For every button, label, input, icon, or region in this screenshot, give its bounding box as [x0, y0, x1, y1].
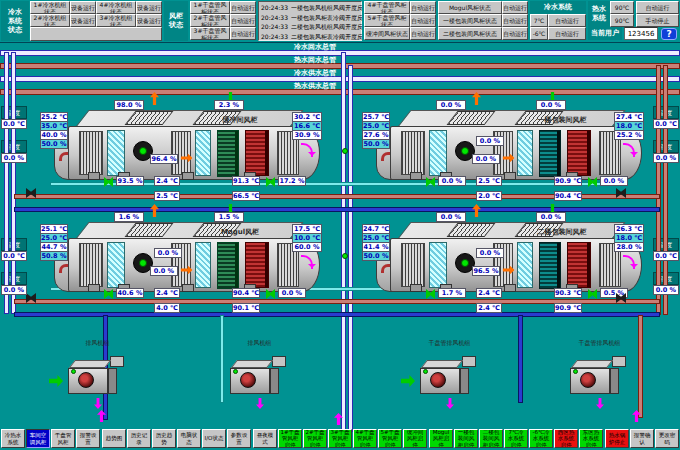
exhaust-fan-unit-4: 干盘管排风机组 [552, 352, 647, 410]
water-temp-readout: 2.5 ℃ [154, 191, 180, 201]
toolbar-button-24[interactable]: 东区热水系统启停 [579, 429, 603, 448]
grille-panel-icon [171, 131, 191, 175]
alarm-message: 二楼包装风机组风阀开度反馈故障 [291, 22, 362, 31]
edge-sensor-value: 0.0 % [1, 285, 27, 295]
edge-sensor-value: 0.0 % [653, 285, 679, 295]
toolbar-button-25[interactable]: 热水锅炉停止 [605, 429, 629, 448]
cold-water-system-status-label-line: 冷水 [8, 8, 22, 17]
flow-arrow-icon [446, 398, 454, 409]
flow-arrow-icon [596, 398, 604, 409]
top-status-bar: 冷水系统状态1#冷水机组状态设备运行4#冷水机组状态设备运行2#冷水机组状态设备… [0, 0, 680, 43]
toolbar-button-1[interactable]: 冷热水系统 [1, 429, 25, 448]
chiller-status-value: 设备运行 [136, 14, 162, 27]
return-air-arrow-icon [301, 143, 313, 157]
air-condition-readout: 50.0 % [40, 139, 68, 149]
edge-sensor-value: 0.0 % [1, 153, 27, 163]
cooling-coil-panel [195, 242, 211, 288]
toolbar-button-23[interactable]: 西区热水系统启停 [554, 429, 578, 448]
pipe-label: 冷水回水总管 [250, 42, 380, 51]
toolbar-button-7[interactable]: 历史趋势 [152, 429, 176, 448]
cold-water-temp: -6℃ [530, 27, 548, 40]
exhaust-fan-label: 干盘管排风机组 [402, 339, 497, 349]
water-temp-readout: 2.4 ℃ [476, 303, 502, 313]
unit-status-label: 5#干盘管风柜状态 [364, 14, 410, 27]
toolbar-button-3[interactable]: 干盘管风柜 [51, 429, 75, 448]
water-temp-readout: 90.1 ℃ [232, 303, 260, 313]
alarm-message: 一楼包装风机组风阀开度反馈故障 [291, 3, 362, 12]
damper-actuator [182, 284, 194, 292]
grille-panel-icon [401, 131, 425, 175]
valve-opening-readout: 93.5 % [116, 176, 144, 186]
chiller-status-value: 设备运行 [70, 14, 96, 27]
toolbar-button-2[interactable]: 车间空调风柜 [26, 429, 50, 448]
unit-status-value: 自动运行 [410, 14, 436, 27]
fan-status-light [573, 369, 578, 374]
duct-elbow-icon [381, 152, 390, 161]
toolbar-button-16[interactable]: 5#干盘管风柜启停 [378, 429, 402, 448]
dry-coil-fan-status: 自动运行 [230, 27, 256, 40]
water-temp-readout: 2.5 ℃ [476, 176, 502, 186]
fan-impeller [240, 372, 256, 388]
ahu-name: 缓冲间风柜 [170, 115, 310, 125]
ahu-name: 二楼包装间风柜 [492, 227, 632, 237]
toolbar-button-19[interactable]: 一楼包装间风柜启停 [454, 429, 478, 448]
toolbar-button-13[interactable]: 2#干盘管风柜启停 [303, 429, 327, 448]
flow-arrow-icon [94, 398, 102, 409]
toolbar-button-26[interactable]: 报警确认 [630, 429, 654, 448]
help-button[interactable]: ? [661, 28, 677, 40]
cooling-coil-panel [429, 242, 447, 288]
supply-air-readout: 28.0 % [614, 242, 644, 252]
toolbar-button-18[interactable]: Mogul风柜启停 [429, 429, 453, 448]
toolbar-button-21[interactable]: 7℃冷水系统启停 [504, 429, 528, 448]
supply-air-readout: 30.9 % [292, 130, 322, 140]
fan-cabinet-status-label-line: 风柜 [169, 12, 183, 21]
edge-sensor-value: 0.0 % [653, 153, 679, 163]
toolbar-button-22[interactable]: -6℃冷水系统启停 [529, 429, 553, 448]
toolbar-button-10[interactable]: 参数设置 [227, 429, 251, 448]
toolbar-button-8[interactable]: 电脑状态 [177, 429, 201, 448]
flow-arrow-icon [256, 398, 264, 409]
water-temp-readout: 2.4 ℃ [154, 288, 180, 298]
valve-opening-readout: 0.0 % [600, 176, 628, 186]
cold-water-panel-title: 冷水系统 [530, 1, 586, 14]
water-temp-readout: 90.3 ℃ [554, 288, 582, 298]
alarm-time: 20:24:33 [261, 32, 291, 41]
toolbar-button-9[interactable]: I/O状态 [202, 429, 226, 448]
cooling-coil-panel [429, 130, 447, 176]
toolbar-button-11[interactable]: 昼夜模式 [253, 429, 277, 448]
toolbar-button-17[interactable]: 缓冲间风柜启停 [403, 429, 427, 448]
damper-actuator [88, 284, 100, 292]
plant-area: 冷水回水总管热水回水总管冷水供水总管热水供水总管缓冲间风柜98.0 %2.3 %… [0, 0, 680, 450]
toolbar-button-27[interactable]: 更改密码 [655, 429, 679, 448]
fan-status-light [71, 369, 76, 374]
toolbar-button-20[interactable]: 二楼包装间风柜启停 [479, 429, 503, 448]
chiller-status-value: 设备运行 [136, 1, 162, 14]
indicator-light [342, 253, 348, 259]
alarm-time: 20:24:33 [261, 22, 291, 31]
dry-coil-fan-label: 3#干盘管风柜状态 [190, 27, 230, 40]
damper-actuator [504, 172, 516, 180]
toolbar-button-15[interactable]: 4#干盘管风柜启停 [353, 429, 377, 448]
fan-status-light [461, 147, 469, 155]
damper-readout: 1.6 % [114, 212, 144, 222]
toolbar-button-6[interactable]: 历史记录 [127, 429, 151, 448]
coil-block [539, 130, 561, 177]
water-temp-readout: 90.4 ℃ [232, 288, 260, 298]
exhaust-fan-unit-2: 排风机组 [212, 352, 307, 410]
inflow-arrow-icon [49, 375, 63, 387]
toolbar-button-4[interactable]: 报警设置 [76, 429, 100, 448]
toolbar-button-12[interactable]: 1#干盘管风柜启停 [278, 429, 302, 448]
ahu-cabinet [390, 126, 642, 180]
damper-readout: 96.4 % [150, 154, 178, 164]
toolbar-button-14[interactable]: 3#干盘管风柜启停 [328, 429, 352, 448]
damper-actuator [504, 284, 516, 292]
water-temp-readout: 2.4 ℃ [476, 288, 502, 298]
current-user-value: 123456 [624, 27, 658, 40]
toolbar-button-5[interactable]: 趋势图 [102, 429, 126, 448]
ahu-name: Mogul风柜 [170, 227, 310, 237]
grille-panel-icon [79, 243, 103, 287]
hot-water-status: 自动运行 [636, 1, 679, 14]
damper-actuator [410, 284, 422, 292]
valve-opening-readout: 17.2 % [278, 176, 306, 186]
duct-elbow-icon [381, 264, 390, 273]
